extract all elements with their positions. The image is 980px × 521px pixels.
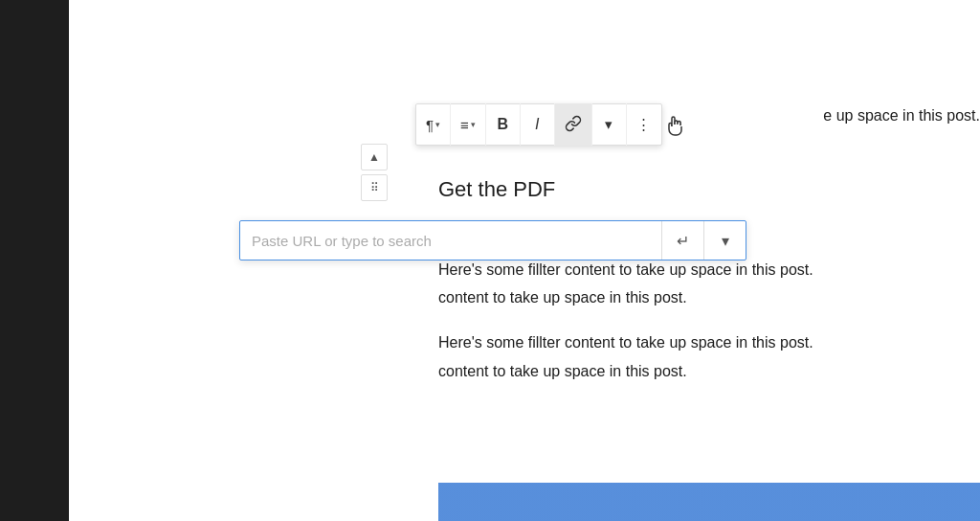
block-up-button[interactable]: ▲ [361,144,388,170]
url-submit-button[interactable]: ↵ [661,221,703,260]
chevron-down-icon: ▾ [722,232,729,250]
url-popover: ↵ ▾ [239,220,746,260]
paragraph-icon: ¶ [426,117,434,133]
body-line-4: content to take up space in this post. [438,358,980,384]
ellipsis-icon: ⋮ [636,116,651,133]
chevron-up-icon: ▲ [368,150,380,164]
align-icon: ≡ [460,117,469,133]
more-options-button[interactable]: ⋮ [627,103,661,146]
link-icon [565,115,582,135]
drag-handle-icon: ⠿ [370,181,379,194]
block-controls: ▲ ⠿ [361,144,388,201]
block-drag-button[interactable]: ⠿ [361,174,388,201]
paragraph-caret: ▾ [435,120,440,129]
body-content: Here's some fillter content to take up s… [438,257,980,403]
url-input[interactable] [240,221,661,260]
body-line-1: Here's some fillter content to take up s… [438,257,980,283]
enter-icon: ↵ [677,232,689,250]
paragraph-button[interactable]: ¶ ▾ [416,103,451,146]
bold-button[interactable]: B [486,103,521,146]
italic-icon: I [535,116,539,133]
cursor-hand-icon [664,113,687,140]
body-line-3: Here's some fillter content to take up s… [438,329,980,355]
sidebar [0,0,69,521]
italic-button[interactable]: I [521,103,555,146]
block-toolbar: ¶ ▾ ≡ ▾ B I ▾ ⋮ [415,103,662,146]
link-button[interactable] [555,103,592,146]
align-caret: ▾ [471,120,476,129]
top-right-text: e up space in this post. [823,107,980,125]
more-caret-button[interactable]: ▾ [592,103,627,146]
bottom-bar [438,483,980,521]
more-caret-icon: ▾ [605,116,612,133]
body-line-2: content to take up space in this post. [438,284,980,310]
bold-icon: B [498,116,509,133]
main-content: e up space in this post. ¶ ▾ ≡ ▾ B I ▾ [69,0,980,521]
align-button[interactable]: ≡ ▾ [451,103,486,146]
selected-heading: Get the PDF [438,177,555,202]
url-toggle-button[interactable]: ▾ [703,221,746,260]
